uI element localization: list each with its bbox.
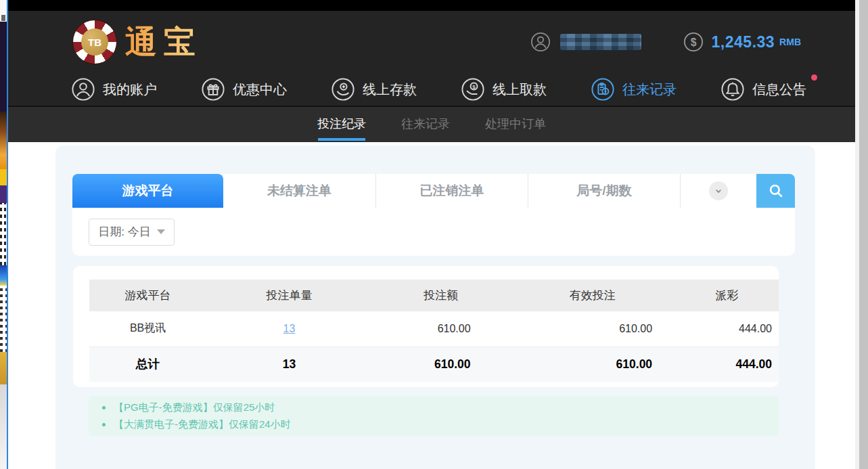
balance-amount: 1,245.33: [712, 33, 775, 51]
balance-group[interactable]: $ 1,245.33 RMB: [683, 32, 801, 52]
background-strip-segment: [0, 0, 7, 22]
table-card: 游戏平台 投注单量 投注额 有效投注 派彩 BB视讯 13 61: [73, 266, 779, 387]
scrollbar-thumb[interactable]: [859, 0, 868, 469]
bell-icon: [721, 77, 745, 102]
filter-tab-game-platform[interactable]: 游戏平台: [72, 174, 223, 208]
caret-down-icon: [157, 229, 165, 234]
cell-bet-amount: 610.00: [372, 311, 510, 347]
background-strip-segment: [0, 352, 7, 384]
balance-currency: RMB: [779, 37, 801, 47]
svg-text:$: $: [472, 84, 476, 90]
filter-expand-button[interactable]: [680, 174, 756, 208]
tab-pending-orders[interactable]: 处理中订单: [484, 107, 547, 142]
records-card: 游戏平台 未结算注单 已注销注单 局号/期数: [55, 146, 815, 469]
bullet-dot-icon: [102, 406, 106, 409]
nav-item-my-account[interactable]: 我的账户: [71, 77, 157, 102]
nav-label: 优惠中心: [233, 81, 287, 99]
table-total-row: 总计 13 610.00 610.00 444.00: [89, 347, 779, 382]
cell-payout: 444.00: [675, 311, 779, 347]
bet-count-link[interactable]: 13: [283, 323, 296, 334]
username-redacted[interactable]: [560, 34, 641, 50]
tab-bet-records[interactable]: 投注纪录: [316, 107, 367, 142]
nav-item-deposit[interactable]: 线上存款: [331, 77, 417, 102]
brand-name: 通宝: [125, 21, 202, 64]
filter-tabs: 游戏平台 未结算注单 已注销注单 局号/期数: [72, 174, 795, 208]
date-filter-dropdown[interactable]: 日期: 今日: [89, 219, 175, 246]
page-content: 游戏平台 未结算注单 已注销注单 局号/期数: [8, 142, 855, 469]
nav-label: 线上存款: [363, 81, 417, 99]
account-area: $ 1,245.33 RMB: [530, 32, 801, 52]
background-strip-segment: [0, 169, 7, 185]
site-header: TB 通宝 $ 1,245.33 RMB: [8, 11, 855, 73]
note-item: 【PG电子-免费游戏】仅保留25小时: [99, 399, 779, 416]
bullet-dot-icon: [102, 423, 106, 426]
subtab-bar: 投注纪录 往来记录 处理中订单: [8, 107, 855, 142]
user-avatar-icon: [530, 32, 551, 52]
user-icon: [71, 77, 95, 102]
col-header-platform: 游戏平台: [89, 280, 206, 311]
nav-label: 往来记录: [622, 81, 677, 99]
background-strip-qr-pattern: [0, 203, 7, 265]
col-header-bet-amount: 投注额: [372, 280, 510, 311]
nav-item-withdraw[interactable]: $ 线上取款: [461, 77, 547, 102]
table-row: BB视讯 13 610.00 610.00 444.00: [89, 311, 779, 347]
filter-tab-round-number[interactable]: 局号/期数: [528, 174, 680, 208]
gift-icon: [201, 77, 225, 102]
cell-valid-bet: 610.00: [510, 311, 676, 347]
screen: TB 通宝 $ 1,245.33 RMB: [0, 0, 868, 469]
col-header-valid-bet: 有效投注: [510, 280, 676, 311]
nav-item-announcements[interactable]: 信息公告: [721, 77, 806, 102]
main-nav: 我的账户 优惠中心: [8, 73, 855, 107]
background-strip-segment: [0, 22, 7, 112]
note-item: 【大满贯电子-免费游戏】仅保留24小时: [99, 416, 779, 433]
col-header-payout: 派彩: [675, 280, 779, 311]
total-bet-count: 13: [206, 347, 372, 382]
nav-item-promotions[interactable]: 优惠中心: [201, 77, 287, 102]
scrollbar[interactable]: [855, 0, 868, 469]
deposit-hand-coin-icon: [331, 77, 355, 102]
main-window: TB 通宝 $ 1,245.33 RMB: [8, 0, 855, 469]
site-logo[interactable]: TB 通宝: [72, 20, 202, 64]
search-button[interactable]: [756, 174, 795, 208]
withdraw-hand-coin-icon: $: [461, 77, 485, 102]
notification-dot: [811, 74, 817, 81]
total-label: 总计: [89, 347, 206, 382]
background-strip-segment: [0, 185, 7, 203]
background-strip-qr-pattern: [0, 286, 7, 352]
chevron-down-icon: [709, 181, 728, 200]
note-text: 【PG电子-免费游戏】仅保留25小时: [114, 401, 275, 414]
notes-box: 【PG电子-免费游戏】仅保留25小时 【大满贯电子-免费游戏】仅保留24小时: [89, 396, 779, 436]
dollar-circle-icon: $: [683, 32, 704, 52]
total-bet-amount: 610.00: [372, 347, 510, 382]
col-header-bet-count: 投注单量: [206, 280, 372, 311]
filter-tab-unsettled[interactable]: 未结算注单: [223, 174, 375, 208]
filter-body: 日期: 今日: [72, 208, 795, 256]
table-header-row: 游戏平台 投注单量 投注额 有效投注 派彩: [89, 280, 779, 311]
casino-chip-logo-icon: TB: [72, 20, 117, 64]
background-strip-segment: [0, 265, 7, 286]
nav-label: 我的账户: [103, 81, 157, 99]
filter-tab-cancelled[interactable]: 已注销注单: [375, 174, 528, 208]
background-window-strip: [0, 0, 8, 469]
nav-label: 信息公告: [752, 81, 806, 99]
background-strip-segment: [0, 112, 7, 169]
total-payout: 444.00: [675, 347, 779, 382]
transaction-records-icon: [591, 77, 615, 102]
note-text: 【大满贯电子-免费游戏】仅保留24小时: [114, 418, 291, 431]
background-strip-segment: [0, 384, 7, 469]
search-icon: [767, 182, 785, 200]
svg-text:$: $: [690, 37, 696, 48]
nav-item-transaction-records[interactable]: 往来记录: [591, 77, 677, 102]
date-filter-label: 日期: 今日: [98, 224, 150, 240]
top-black-strip: [8, 0, 855, 11]
logo-badge: TB: [81, 28, 108, 55]
tab-transaction-records[interactable]: 往来记录: [400, 107, 451, 142]
total-valid-bet: 610.00: [510, 347, 676, 382]
bet-summary-table: 游戏平台 投注单量 投注额 有效投注 派彩 BB视讯 13 61: [89, 280, 779, 382]
cell-platform: BB视讯: [89, 311, 206, 347]
nav-label: 线上取款: [493, 81, 547, 99]
